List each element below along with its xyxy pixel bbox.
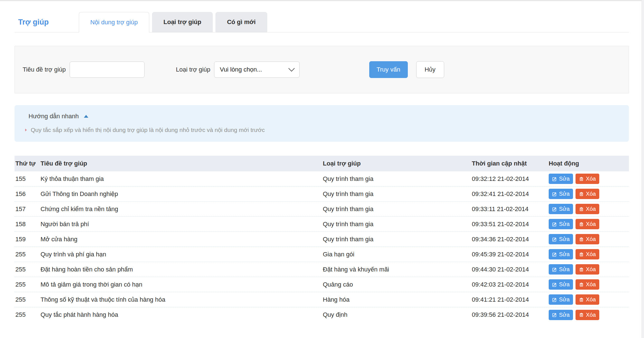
bullet-icon [25,129,27,131]
cell-type: Quy trình tham gia [323,175,472,183]
edit-button[interactable]: Sửa [549,294,573,305]
cell-updated: 09:39:56 21-02-2014 [472,311,549,318]
cell-type: Đặt hàng và khuyến mãi [323,266,472,273]
cell-order: 159 [15,236,41,243]
quick-guide-note-text: Quy tắc sắp xếp và hiển thị nội dung trợ… [31,127,265,133]
tab-bar: Trợ giúp Nội dung trợ giúp Loại trợ giúp… [15,12,629,32]
edit-pencil-square-icon [552,192,557,197]
table-row: 255 Đặt hàng hoàn tiền cho sản phẩm Đặt … [15,262,629,277]
cell-order: 255 [15,311,41,318]
col-header-updated: Thời gian cập nhật [472,160,549,167]
trash-icon [579,267,584,272]
edit-pencil-square-icon [552,237,557,242]
cell-updated: 09:41:21 21-02-2014 [472,296,549,303]
delete-button[interactable]: Xóa [576,310,599,320]
edit-button-label: Sửa [559,191,570,197]
cell-actions: Sửa Xóa [549,294,629,305]
tab-help-type[interactable]: Loại trợ giúp [152,12,213,32]
cell-type: Quy định [323,311,472,318]
edit-pencil-square-icon [552,267,557,272]
cell-actions: Sửa Xóa [549,279,629,290]
cell-order: 255 [15,266,41,273]
delete-button-label: Xóa [586,221,596,227]
cell-order: 158 [15,221,41,228]
delete-button-label: Xóa [586,296,596,303]
cell-type: Quy trình tham gia [323,221,472,228]
edit-pencil-square-icon [552,176,557,181]
cell-type: Quảng cáo [323,281,472,288]
edit-button[interactable]: Sửa [549,174,573,184]
top-border-strip [0,0,644,1]
edit-button[interactable]: Sửa [549,234,573,244]
delete-button-label: Xóa [586,206,596,212]
cell-updated: 09:44:30 21-02-2014 [472,266,549,273]
cancel-button[interactable]: Hủy [416,61,444,78]
edit-button-label: Sửa [559,236,570,242]
delete-button[interactable]: Xóa [576,279,599,290]
quick-guide-note: Quy tắc sắp xếp và hiển thị nội dung trợ… [25,127,629,133]
cell-order: 255 [15,281,41,288]
cell-title: Ký thỏa thuận tham gia [41,175,323,183]
delete-button[interactable]: Xóa [576,219,599,229]
table-row: 157 Chứng chỉ kiểm tra nền tảng Quy trìn… [15,202,629,217]
tab-whats-new[interactable]: Có gì mới [216,12,267,32]
trash-icon [579,222,584,227]
query-button[interactable]: Truy vấn [369,61,408,78]
scrollbar[interactable] [641,0,644,338]
main-content: Trợ giúp Nội dung trợ giúp Loại trợ giúp… [15,12,629,322]
cell-order: 156 [15,190,41,198]
edit-button[interactable]: Sửa [549,264,573,275]
cell-order: 255 [15,251,41,258]
help-title-input[interactable] [70,62,145,78]
cell-type: Quy trình tham gia [323,190,472,198]
cell-actions: Sửa Xóa [549,189,629,199]
cell-title: Đặt hàng hoàn tiền cho sản phẩm [41,266,323,273]
trash-icon [579,176,584,181]
cell-actions: Sửa Xóa [549,219,629,229]
edit-pencil-square-icon [552,312,557,317]
cell-order: 255 [15,296,41,303]
edit-pencil-square-icon [552,252,557,257]
tab-help-content[interactable]: Nội dung trợ giúp [79,12,149,32]
delete-button[interactable]: Xóa [576,234,599,244]
delete-button[interactable]: Xóa [576,264,599,275]
delete-button[interactable]: Xóa [576,294,599,305]
quick-guide-title: Hướng dẫn nhanh [29,113,79,120]
edit-button-label: Sửa [559,312,570,318]
trash-icon [579,282,584,287]
cell-updated: 09:34:36 21-02-2014 [472,236,549,243]
trash-icon [579,297,584,302]
cell-actions: Sửa Xóa [549,310,629,320]
cell-updated: 09:45:39 21-02-2014 [472,251,549,258]
help-type-select[interactable]: Vui lòng chọn... [214,62,300,78]
filter-panel: Tiêu đề trợ giúp Loại trợ giúp Vui lòng … [15,46,629,93]
cell-updated: 09:33:51 21-02-2014 [472,221,549,228]
cell-actions: Sửa Xóa [549,174,629,184]
table-row: 158 Người bán trả phí Quy trình tham gia… [15,217,629,232]
table-row: 159 Mở cửa hàng Quy trình tham gia 09:34… [15,232,629,247]
delete-button-label: Xóa [586,176,596,182]
page-title: Trợ giúp [15,18,79,27]
delete-button[interactable]: Xóa [576,204,599,214]
edit-button[interactable]: Sửa [549,204,573,214]
cell-actions: Sửa Xóa [549,264,629,275]
help-table: Thứ tự Tiêu đề trợ giúp Loại trợ giúp Th… [15,156,629,322]
col-header-order: Thứ tự [15,160,41,167]
edit-button[interactable]: Sửa [549,249,573,259]
delete-button[interactable]: Xóa [576,174,599,184]
cell-actions: Sửa Xóa [549,234,629,244]
chevron-down-icon [288,65,295,72]
edit-button[interactable]: Sửa [549,279,573,290]
trash-icon [579,192,584,197]
cell-type: Quy trình tham gia [323,205,472,213]
delete-button[interactable]: Xóa [576,249,599,259]
edit-button[interactable]: Sửa [549,310,573,320]
cell-type: Hàng hóa [323,296,472,303]
delete-button-label: Xóa [586,281,596,288]
caret-up-icon[interactable] [84,115,88,118]
edit-button[interactable]: Sửa [549,189,573,199]
table-row: 255 Thông số kỹ thuật và thuộc tính của … [15,292,629,307]
edit-pencil-square-icon [552,297,557,302]
edit-button[interactable]: Sửa [549,219,573,229]
delete-button[interactable]: Xóa [576,189,599,199]
